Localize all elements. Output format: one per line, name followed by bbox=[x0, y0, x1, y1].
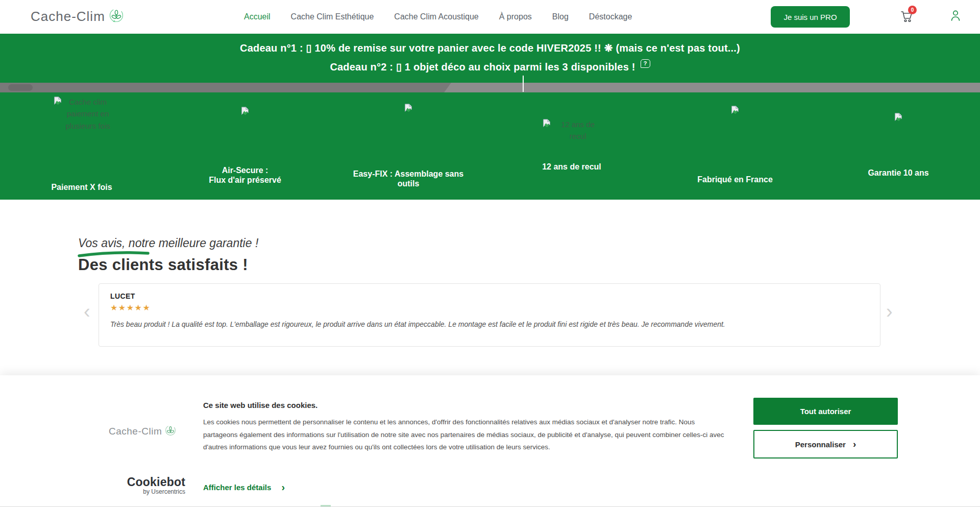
video-progress-played bbox=[0, 83, 451, 92]
main-nav: Accueil Cache Clim Esthétique Cache Clim… bbox=[244, 0, 632, 34]
cookie-logo-text: Cache-Clim bbox=[109, 426, 162, 437]
feature-caption: Paiement X fois bbox=[0, 183, 163, 192]
feature-garantie: Garantie 10 ans bbox=[817, 92, 980, 200]
bottom-edge-artifact bbox=[321, 505, 331, 506]
show-details-label: Afficher les détails bbox=[203, 483, 271, 492]
site-logo[interactable]: Cache-Clim bbox=[31, 7, 125, 26]
features-row: Cache clim paiement en plusieurs fois Pa… bbox=[0, 92, 980, 200]
reviews-tagline: Vos avis, notre meilleure garantie ! bbox=[78, 236, 258, 250]
review-card: LUCET ★★★★★ Très beau produit ! La quali… bbox=[99, 283, 880, 347]
nav-a-propos[interactable]: À propos bbox=[499, 12, 532, 21]
feature-caption: 12 ans de recul bbox=[490, 162, 653, 172]
nav-destockage[interactable]: Déstockage bbox=[589, 12, 632, 21]
feature-paiement: Cache clim paiement en plusieurs fois Pa… bbox=[0, 92, 163, 200]
feature-caption: Air-Secure : Flux d'air préservé bbox=[163, 166, 327, 185]
broken-image-icon bbox=[327, 103, 490, 114]
feature-fabrique-en-france: Fabriqué en France bbox=[653, 92, 817, 200]
chevron-right-icon: › bbox=[281, 481, 285, 493]
personalize-cookies-button[interactable]: Personnaliser › bbox=[753, 430, 898, 458]
carousel-prev-icon[interactable]: ‹ bbox=[84, 302, 90, 321]
feature-caption: Garantie 10 ans bbox=[817, 168, 980, 178]
fan-icon bbox=[164, 424, 177, 439]
feature-12-ans: 12 ans de recul 12 ans de recul bbox=[490, 92, 653, 200]
nav-cache-clim-acoustique[interactable]: Cache Clim Acoustique bbox=[394, 12, 478, 21]
cookie-description: Les cookies nous permettent de personnal… bbox=[203, 416, 729, 454]
image-alt-text: Cache clim paiement en plusieurs fois bbox=[64, 96, 111, 132]
user-icon bbox=[948, 15, 963, 24]
account-button[interactable] bbox=[948, 8, 964, 23]
fan-icon bbox=[108, 7, 125, 26]
feature-caption: Easy-FIX : Assemblage sans outils bbox=[327, 170, 490, 189]
nav-accueil[interactable]: Accueil bbox=[244, 12, 271, 21]
feature-caption: Fabriqué en France bbox=[653, 175, 817, 185]
cart-button[interactable]: 0 bbox=[899, 8, 918, 27]
cookie-consent-banner: Cache-Clim Cookiebot by Usercentrics Ce … bbox=[0, 375, 980, 507]
cart-count-badge: 0 bbox=[908, 6, 917, 14]
feature-easy-fix: Easy-FIX : Assemblage sans outils bbox=[327, 92, 490, 200]
cookiebot-byline: by Usercentrics bbox=[109, 488, 185, 495]
show-details-link[interactable]: Afficher les détails › bbox=[203, 481, 285, 493]
site-header: Cache-Clim Accueil Cache Clim Esthétique… bbox=[0, 0, 980, 34]
cart-icon bbox=[899, 16, 915, 25]
broken-image-icon bbox=[817, 112, 980, 124]
broken-image-icon: Cache clim paiement en plusieurs fois bbox=[0, 96, 163, 132]
nav-cache-clim-esthetique[interactable]: Cache Clim Esthétique bbox=[291, 12, 374, 21]
cookie-site-logo: Cache-Clim bbox=[109, 424, 177, 439]
personalize-label: Personnaliser bbox=[795, 440, 846, 449]
nav-blog[interactable]: Blog bbox=[552, 12, 569, 21]
logo-text: Cache-Clim bbox=[31, 9, 105, 25]
review-text: Très beau produit ! La qualité est top. … bbox=[110, 320, 869, 328]
feature-air-secure: Air-Secure : Flux d'air préservé bbox=[163, 92, 327, 200]
video-playhead-cursor bbox=[523, 76, 524, 92]
broken-image-icon: 12 ans de recul bbox=[490, 118, 653, 142]
cookiebot-logo: Cookiebot by Usercentrics bbox=[109, 475, 185, 495]
reviews-section: Vos avis, notre meilleure garantie ! Des… bbox=[0, 200, 980, 375]
broken-image-icon bbox=[163, 106, 327, 117]
carousel-next-icon[interactable]: › bbox=[886, 302, 893, 321]
promo-line-2: Cadeau n°2 : ▯ 1 objet déco au choix par… bbox=[0, 61, 980, 73]
review-author: LUCET bbox=[110, 292, 869, 300]
pro-button[interactable]: Je suis un PRO bbox=[771, 6, 850, 28]
allow-all-cookies-button[interactable]: Tout autoriser bbox=[753, 398, 898, 425]
promo-line-1: Cadeau n°1 : ▯ 10% de remise sur votre p… bbox=[0, 34, 980, 54]
cookiebot-wordmark: Cookiebot bbox=[109, 475, 185, 489]
video-progress-bar[interactable] bbox=[0, 83, 980, 92]
cookie-title: Ce site web utilise des cookies. bbox=[203, 401, 317, 409]
promo-and-features-section: Cadeau n°1 : ▯ 10% de remise sur votre p… bbox=[0, 34, 980, 200]
reviews-heading: Des clients satisfaits ! bbox=[78, 256, 248, 274]
image-alt-text: 12 ans de recul bbox=[553, 118, 602, 142]
video-progress-thumb[interactable] bbox=[8, 84, 33, 91]
help-bubble-icon[interactable]: ? bbox=[641, 59, 650, 68]
star-rating-icon: ★★★★★ bbox=[110, 303, 869, 312]
promo-line-2-text: Cadeau n°2 : ▯ 1 objet déco au choix par… bbox=[330, 61, 635, 73]
chevron-right-icon: › bbox=[853, 439, 856, 450]
broken-image-icon bbox=[653, 105, 817, 116]
